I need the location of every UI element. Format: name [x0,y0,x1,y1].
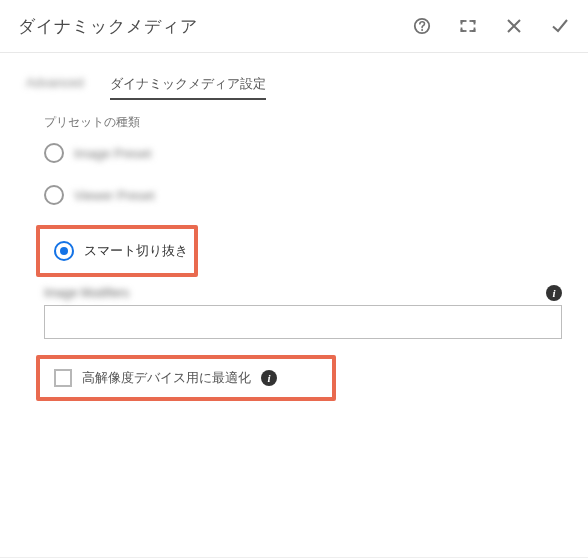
image-modifiers-label-row: Image Modifiers i [44,285,562,301]
header-actions [412,16,570,36]
radio-label: Viewer Preset [74,188,155,203]
help-icon[interactable] [412,16,432,36]
highlight-smart-crop: スマート切り抜き [36,225,198,277]
tab-advanced: Advanced [26,71,84,99]
checkbox-optimize[interactable]: 高解像度デバイス用に最適化 i [54,369,326,387]
radio-label: スマート切り抜き [84,242,188,260]
radio-icon-selected [54,241,74,261]
radio-icon [44,143,64,163]
radio-viewer-preset[interactable]: Viewer Preset [44,183,562,207]
radio-label: Image Preset [74,146,151,161]
dialog-body: Advanced ダイナミックメディア設定 プリセットの種類 Image Pre… [0,53,588,401]
preset-type-label: プリセットの種類 [44,114,562,131]
radio-smart-crop[interactable]: スマート切り抜き [54,239,188,263]
tab-bar: Advanced ダイナミックメディア設定 [26,71,562,100]
radio-image-preset[interactable]: Image Preset [44,141,562,165]
image-modifiers-input[interactable] [44,305,562,339]
highlight-optimize: 高解像度デバイス用に最適化 i [36,355,336,401]
info-icon[interactable]: i [546,285,562,301]
info-icon[interactable]: i [261,370,277,386]
dialog-header: ダイナミックメディア [0,0,588,53]
image-modifiers-label: Image Modifiers [44,286,129,300]
confirm-icon[interactable] [550,16,570,36]
dialog-title: ダイナミックメディア [18,15,198,38]
svg-rect-4 [467,20,470,33]
svg-point-1 [421,29,423,31]
checkbox-label: 高解像度デバイス用に最適化 [82,369,251,387]
radio-icon [44,185,64,205]
fullscreen-icon[interactable] [458,16,478,36]
checkbox-icon [54,369,72,387]
close-icon[interactable] [504,16,524,36]
tab-dm-settings[interactable]: ダイナミックメディア設定 [110,71,266,99]
